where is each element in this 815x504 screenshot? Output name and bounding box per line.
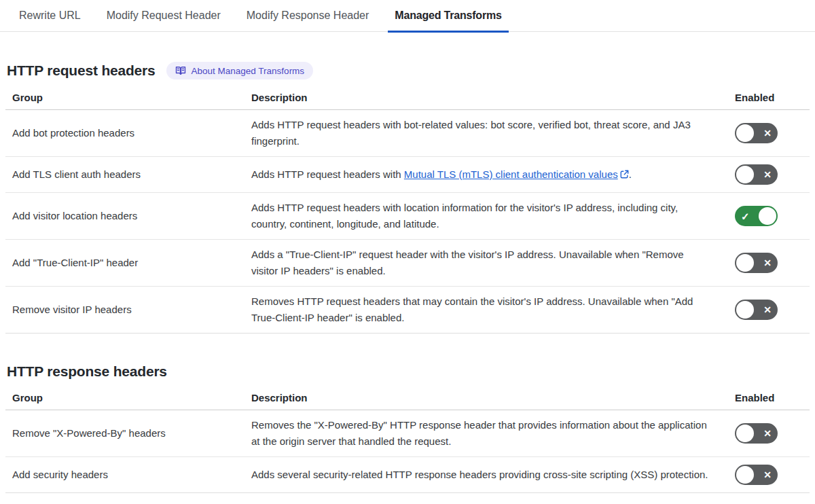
toggle-check-icon: ✓: [741, 211, 750, 221]
request-headers-title: HTTP request headers: [7, 62, 156, 79]
managed-transforms-panel: HTTP request headers About Managed Trans…: [0, 62, 815, 493]
description-cell: Removes the "X-Powered-By" HTTP response…: [251, 417, 727, 450]
toggle-x-icon: ✕: [763, 170, 772, 179]
table-row-add-visitor-location-headers: Add visitor location headers Adds HTTP r…: [5, 193, 810, 240]
group-cell: Remove visitor IP headers: [12, 302, 251, 318]
group-cell: Add bot protection headers: [12, 125, 251, 141]
column-header-enabled: Enabled: [735, 92, 780, 103]
description-text: Adds HTTP request headers with: [251, 168, 404, 180]
toggle-switch[interactable]: ✕: [735, 465, 778, 485]
toggle-switch[interactable]: ✕: [735, 164, 778, 185]
column-header-group: Group: [12, 392, 251, 403]
toggle-switch[interactable]: ✕: [735, 123, 778, 143]
description-cell: Adds HTTP request headers with Mutual TL…: [251, 166, 727, 183]
table-row-remove-x-powered-by-headers: Remove "X-Powered-By" headers Removes th…: [5, 410, 810, 457]
tab-managed-transforms[interactable]: Managed Transforms: [388, 0, 508, 31]
response-headers-table: Group Description Enabled Remove "X-Powe…: [5, 386, 810, 493]
toggle-knob: [759, 207, 776, 225]
toggle-x-icon: ✕: [763, 258, 772, 268]
about-managed-transforms-link[interactable]: About Managed Transforms: [166, 62, 314, 79]
table-row-remove-visitor-ip-headers: Remove visitor IP headers Removes HTTP r…: [5, 287, 810, 334]
group-cell: Add "True-Client-IP" header: [12, 255, 251, 271]
table-row-add-tls-client-auth-headers: Add TLS client auth headers Adds HTTP re…: [5, 157, 810, 193]
toggle-knob: [736, 124, 754, 142]
toggle-switch[interactable]: ✓: [735, 206, 778, 226]
description-text: .: [629, 168, 632, 180]
transform-rules-tabbar: Rewrite URL Modify Request Header Modify…: [0, 0, 815, 32]
tab-modify-response-header[interactable]: Modify Response Header: [240, 0, 376, 31]
group-cell: Add security headers: [12, 467, 251, 483]
description-cell: Adds HTTP request headers with location …: [251, 200, 727, 232]
toggle-x-icon: ✕: [763, 128, 772, 138]
toggle-knob: [736, 254, 754, 272]
response-headers-title: HTTP response headers: [7, 363, 167, 380]
description-cell: Adds a "True-Client-IP" request header w…: [251, 247, 727, 279]
description-cell: Adds HTTP request headers with bot-relat…: [251, 117, 727, 149]
response-headers-section-heading: HTTP response headers: [7, 363, 810, 380]
group-cell: Remove "X-Powered-By" headers: [12, 425, 251, 442]
column-header-description: Description: [251, 92, 735, 103]
mtls-docs-link[interactable]: Mutual TLS (mTLS) client authentication …: [404, 168, 618, 180]
table-row-add-bot-protection-headers: Add bot protection headers Adds HTTP req…: [5, 110, 810, 157]
column-header-enabled: Enabled: [735, 392, 780, 403]
toggle-switch[interactable]: ✕: [735, 300, 778, 320]
toggle-switch[interactable]: ✕: [735, 423, 778, 444]
description-cell: Adds several security-related HTTP respo…: [251, 467, 727, 483]
external-link-icon[interactable]: [620, 167, 629, 183]
toggle-switch[interactable]: ✕: [735, 253, 778, 273]
toggle-x-icon: ✕: [763, 429, 772, 438]
toggle-knob: [736, 301, 754, 319]
tab-rewrite-url[interactable]: Rewrite URL: [12, 0, 88, 31]
request-table-header-row: Group Description Enabled: [5, 86, 810, 110]
group-cell: Add TLS client auth headers: [12, 166, 251, 183]
tab-modify-request-header[interactable]: Modify Request Header: [100, 0, 228, 31]
description-cell: Removes HTTP request headers that may co…: [251, 293, 727, 326]
request-headers-section-heading: HTTP request headers About Managed Trans…: [7, 62, 810, 79]
toggle-x-icon: ✕: [763, 470, 772, 480]
table-row-add-true-client-ip-header: Add "True-Client-IP" header Adds a "True…: [5, 240, 810, 287]
column-header-description: Description: [251, 392, 735, 403]
toggle-knob: [736, 425, 754, 442]
about-managed-transforms-label: About Managed Transforms: [192, 66, 305, 76]
request-headers-table: Group Description Enabled Add bot protec…: [5, 86, 810, 334]
toggle-x-icon: ✕: [763, 305, 772, 314]
response-table-header-row: Group Description Enabled: [5, 386, 810, 410]
book-icon: [175, 65, 186, 76]
column-header-group: Group: [12, 92, 251, 103]
toggle-knob: [736, 466, 754, 484]
table-row-add-security-headers: Add security headers Adds several securi…: [5, 457, 810, 493]
toggle-knob: [736, 166, 754, 183]
group-cell: Add visitor location headers: [12, 208, 251, 224]
